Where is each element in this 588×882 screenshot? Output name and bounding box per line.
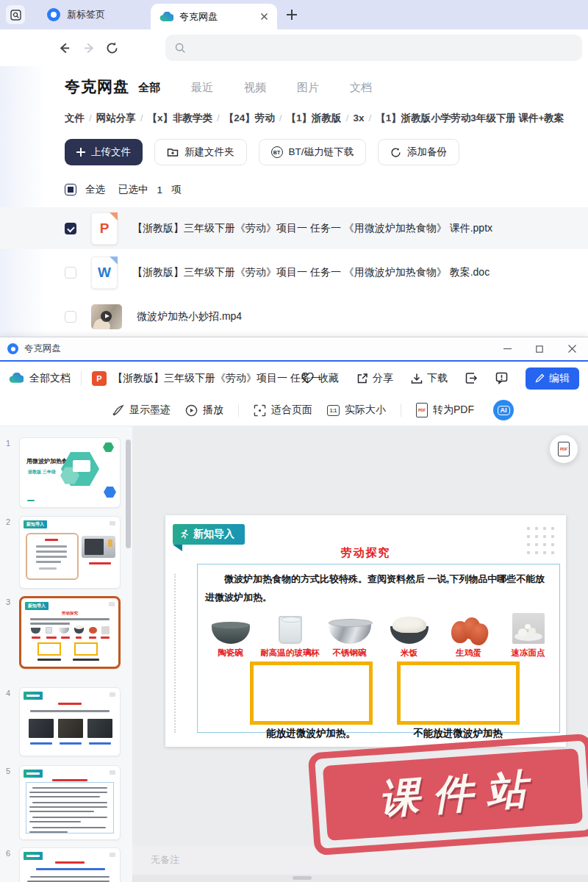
resize-handle[interactable] [293,876,312,880]
address-search-bar[interactable] [165,35,582,61]
forward-icon[interactable] [82,41,96,55]
upload-label: 上传文件 [91,146,131,159]
tab-doc[interactable]: 文档 [350,81,372,95]
slide-thumbnail-panel: 1 用微波炉加热食物 浙教版 三年级 2 新知导入 [0,426,132,882]
file-name[interactable]: 【浙教版】三年级下册《劳动》项目一 任务一 《用微波炉加热食物》 课件.pptx [132,222,492,235]
answer-box-cannot-label: 不能放进微波炉加热 [384,727,531,740]
crumb-current[interactable]: 【1】浙教版小学劳动3年级下册 课件+教案 [376,112,564,123]
window-titlebar: 夸克网盘 [0,337,588,360]
bt-download-button[interactable]: BT BT/磁力链下载 [259,139,367,165]
actual-size-button[interactable]: 1:1 实际大小 [327,404,386,417]
minimize-button[interactable] [491,337,523,360]
new-folder-button[interactable]: 新建文件夹 [154,139,247,165]
slide-number: 6 [6,849,10,858]
file-row-pptx[interactable]: P 【浙教版】三年级下册《劳动》项目一 任务一 《用微波炉加热食物》 课件.pp… [0,207,588,249]
refresh-icon[interactable] [105,41,119,55]
select-all-label[interactable]: 全选 [85,183,105,196]
stamp-text: 课件站 [364,761,542,828]
breadcrumb: 文件/网站分享/【x】非教学类/【24】劳动/【1】浙教版/3x/【1】浙教版小… [65,112,588,125]
crumb[interactable]: 文件 [65,112,85,123]
maximize-button[interactable] [523,337,556,360]
to-pdf-button[interactable]: PDF 转为PDF [416,403,474,417]
slide-thumbnail-1[interactable]: 用微波炉加热食物 浙教版 三年级 [19,437,121,508]
item-frozen-pastry: 速冻面点 [498,609,558,659]
row-checkbox[interactable] [65,267,76,279]
crumb[interactable]: 【1】浙教版 [287,112,342,123]
page-title: 夸克网盘 [65,76,129,97]
favorite-button[interactable]: 收藏 [301,372,339,385]
row-checkbox-checked[interactable] [65,223,76,234]
powerpoint-icon: P [92,371,107,386]
slide-thumbnail-3-selected[interactable]: 新知导入 劳动探究 [19,596,121,669]
crumb[interactable]: 网站分享 [96,112,136,123]
backup-button[interactable]: 添加备份 [378,139,459,165]
item-rice: 米饭 [379,609,439,659]
browser-menu-button[interactable] [6,5,25,24]
file-name[interactable]: 【浙教版】三年级下册《劳动》项目一 任务一 《用微波炉加热食物》 教案.doc [132,266,490,279]
all-docs-label: 全部文档 [29,372,71,385]
row-checkbox[interactable] [65,311,76,323]
download-button[interactable]: 下载 [411,372,448,385]
slide-thumbnail-2[interactable]: 新知导入 [19,516,121,589]
play-circle-icon [185,404,198,417]
export-icon [465,372,478,384]
tab-all[interactable]: 全部 [138,81,160,95]
file-row-doc[interactable]: W 【浙教版】三年级下册《劳动》项目一 任务一 《用微波炉加热食物》 教案.do… [0,251,588,293]
crumb[interactable]: 【24】劳动 [224,112,275,123]
tab-recent[interactable]: 最近 [191,81,213,95]
select-all-checkbox[interactable] [65,184,76,196]
slide-thumbnail-5[interactable] [19,765,121,840]
upload-button[interactable]: 上传文件 [65,139,143,165]
play-button[interactable]: 播放 [185,404,223,417]
runner-icon [179,529,189,539]
tab-new-page[interactable]: 新标签页 [34,0,118,29]
slide-number: 5 [6,767,10,775]
tab-video[interactable]: 视频 [244,81,266,95]
file-name[interactable]: 微波炉加热小妙招.mp4 [137,310,242,323]
doc-toolbar: 全部文档 P 【浙教版】三年级下册《劳动》项目一 任务一 收藏 [0,362,588,395]
answer-box-can [250,662,373,725]
share-button[interactable]: 分享 [356,372,393,385]
back-icon[interactable] [57,41,71,55]
new-folder-label: 新建文件夹 [184,146,234,159]
drive-page: 夸克网盘 全部 最近 视频 图片 文档 文件/网站分享/【x】非教学类/【24】… [0,66,588,337]
tab-image[interactable]: 图片 [297,81,319,95]
share-icon [356,373,368,384]
badge: 新知导入 [25,602,49,610]
new-tab-button[interactable] [285,8,298,21]
slide-thumbnail-6[interactable] [19,847,121,882]
drive-nav-tabs: 全部 最近 视频 图片 文档 [138,81,372,95]
answer-box-cannot [397,662,520,725]
slide-items-row: 陶瓷碗 耐高温的玻璃杯 不锈钢碗 米饭 [201,609,558,659]
ai-assistant-button[interactable]: AI [493,400,514,420]
word-file-icon: W [91,257,118,289]
slide-badge: 新知导入 [173,524,245,545]
open-in-button[interactable] [465,372,478,384]
riddle-frame [26,533,79,580]
sidebar-scrollbar[interactable] [126,440,131,548]
notes-empty-label: 无备注 [151,853,179,867]
divider [238,404,239,417]
slide-thumbnail-4[interactable] [19,687,121,756]
text-box [26,782,114,833]
edit-button[interactable]: 编辑 [526,368,579,390]
show-ink-button[interactable]: 显示墨迹 [112,404,171,417]
crumb[interactable]: 3x [353,112,364,123]
convert-pdf-float-button[interactable]: PDF [550,435,578,463]
badge: 新知导入 [24,520,47,528]
fit-page-button[interactable]: 适合页面 [254,404,312,417]
close-button[interactable] [556,337,588,360]
quark-logo-icon [47,8,60,21]
crumb[interactable]: 【x】非教学类 [148,112,213,123]
tab-quark-drive[interactable]: 夸克网盘 [151,4,277,29]
hexagon-art [73,460,90,472]
plus-icon [76,148,85,157]
file-row-mp4[interactable]: 微波炉加热小妙招.mp4 [0,295,588,337]
cloud-logo-icon [9,373,24,384]
mini-yellow-box [74,642,98,656]
eggs-image [448,617,490,644]
close-tab-icon[interactable] [260,12,268,21]
all-docs-button[interactable]: 全部文档 [9,372,71,385]
feedback-button[interactable] [495,372,508,384]
window-title: 夸克网盘 [24,343,61,355]
